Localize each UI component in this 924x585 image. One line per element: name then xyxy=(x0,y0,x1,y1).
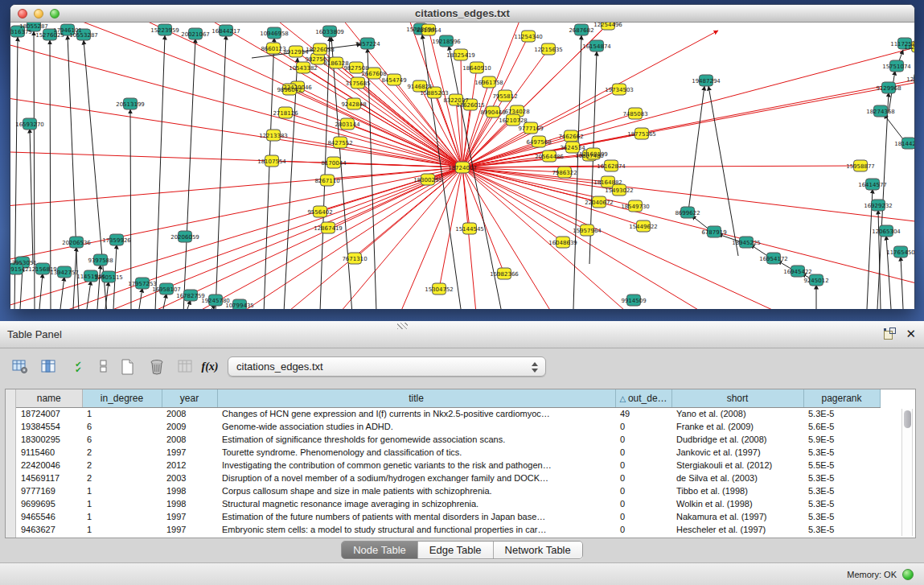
table-cell[interactable]: Estimation of significance thresholds fo… xyxy=(217,433,615,446)
network-edge-red[interactable] xyxy=(10,167,462,264)
table-cell[interactable]: 5.3E-5 xyxy=(803,484,880,497)
zoom-button[interactable] xyxy=(50,9,60,19)
tab-edge-table[interactable]: Edge Table xyxy=(417,542,493,558)
table-row[interactable]: 1830029562008Estimation of significance … xyxy=(16,433,880,446)
table-row[interactable]: 2242004622012Investigating the contribut… xyxy=(16,459,880,472)
table-cell[interactable]: 0 xyxy=(615,446,671,459)
table-cell[interactable]: 1 xyxy=(82,484,162,497)
table-cell[interactable]: Tibbo et al. (1998) xyxy=(671,484,803,497)
network-edge-black[interactable] xyxy=(84,40,107,309)
table-cell[interactable]: 0 xyxy=(615,472,671,484)
select-rows-icon[interactable]: ✔✔ xyxy=(68,356,88,378)
table-cell[interactable]: Jankovic et al. (1997) xyxy=(671,446,803,459)
table-cell[interactable]: Genome-wide association studies in ADHD. xyxy=(217,420,615,433)
import-table-icon[interactable] xyxy=(175,356,196,378)
float-panel-icon[interactable] xyxy=(884,328,896,340)
table-cell[interactable]: 5.9E-5 xyxy=(803,433,880,446)
table-cell[interactable]: Tourette syndrome. Phenomenology and cla… xyxy=(217,446,615,459)
divider-handle-icon[interactable] xyxy=(397,323,408,329)
table-cell[interactable]: 0 xyxy=(615,484,671,497)
tab-network-table[interactable]: Network Table xyxy=(493,542,582,558)
network-edge-red[interactable] xyxy=(285,113,462,167)
network-edge-red[interactable] xyxy=(10,167,462,208)
table-cell[interactable]: 14569117 xyxy=(16,472,82,484)
table-row[interactable]: 969969511998Structural magnetic resonanc… xyxy=(16,497,880,510)
table-cell[interactable]: 5.3E-5 xyxy=(803,472,880,484)
table-cell[interactable]: Dudbridge et al. (2008) xyxy=(671,433,803,446)
network-window[interactable]: citations_edges.txt 16316375180552871527… xyxy=(10,4,915,309)
table-cell[interactable]: 5.3E-5 xyxy=(803,497,880,510)
row-height-icon[interactable] xyxy=(93,356,114,378)
table-cell[interactable]: Investigating the contribution of common… xyxy=(217,459,615,472)
network-edge-black[interactable] xyxy=(901,257,903,309)
new-table-icon[interactable] xyxy=(117,356,138,378)
network-edge-red[interactable] xyxy=(10,95,462,167)
table-cell[interactable]: 5.3E-5 xyxy=(803,446,880,459)
table-row[interactable]: 1938455462009Genome-wide association stu… xyxy=(16,420,880,433)
table-row[interactable]: 1872400712008Changes of HCN gene express… xyxy=(16,407,880,420)
network-edge-red[interactable] xyxy=(462,167,477,309)
window-titlebar[interactable]: citations_edges.txt xyxy=(10,5,914,23)
table-cell[interactable]: Structural magnetic resonance image aver… xyxy=(217,497,615,510)
column-header-year[interactable]: year xyxy=(162,389,217,407)
table-cell[interactable]: 1998 xyxy=(162,497,217,510)
table-cell[interactable]: Stergiakouli et al. (2012) xyxy=(671,459,803,472)
table-cell[interactable]: 9699695 xyxy=(16,497,82,510)
table-cell[interactable]: 1 xyxy=(82,523,162,536)
network-edge-red[interactable] xyxy=(10,39,462,167)
table-cell[interactable]: 0 xyxy=(615,497,671,510)
table-cell[interactable]: 9463627 xyxy=(16,523,82,536)
table-cell[interactable]: 2008 xyxy=(162,407,217,420)
table-cell[interactable]: Hescheler et al. (1997) xyxy=(671,523,803,536)
table-cell[interactable]: 18300295 xyxy=(16,433,82,446)
column-header-out_de[interactable]: △ out_de… xyxy=(615,389,671,407)
table-row[interactable]: 946362711997Embryonic stem cells: a mode… xyxy=(16,523,880,536)
table-cell[interactable]: 1997 xyxy=(162,446,217,459)
table-cell[interactable]: 2 xyxy=(82,446,162,459)
network-canvas[interactable]: 1631637518055287152760251794610110553287… xyxy=(10,23,914,309)
table-cell[interactable]: 49 xyxy=(615,407,671,420)
table-scrollbar[interactable] xyxy=(901,409,913,536)
table-cell[interactable]: 6 xyxy=(82,433,162,446)
close-panel-icon[interactable]: ✕ xyxy=(906,328,916,340)
scrollbar-thumb[interactable] xyxy=(904,410,911,428)
table-cell[interactable]: 5.3E-5 xyxy=(803,510,880,523)
network-edge-black[interactable] xyxy=(39,274,43,309)
table-row[interactable]: 977716911998Corpus callosum shape and si… xyxy=(16,484,880,497)
table-cell[interactable]: 22420046 xyxy=(16,459,82,472)
table-cell[interactable]: 2 xyxy=(82,459,162,472)
table-row[interactable]: 911546021997Tourette syndrome. Phenomeno… xyxy=(16,446,880,459)
table-cell[interactable]: 9777169 xyxy=(16,484,82,497)
close-button[interactable] xyxy=(18,9,27,19)
table-cell[interactable]: 2009 xyxy=(162,420,217,433)
minimize-button[interactable] xyxy=(34,9,43,19)
column-header-title[interactable]: title xyxy=(217,389,615,407)
table-cell[interactable]: Corpus callosum shape and size in male p… xyxy=(217,484,615,497)
table-cell[interactable]: de Silva et al. (2003) xyxy=(671,472,803,484)
table-cell[interactable]: 18724007 xyxy=(16,407,82,420)
network-edge-black[interactable] xyxy=(187,300,191,309)
table-cell[interactable]: Disruption of a novel member of a sodium… xyxy=(217,472,615,484)
table-cell[interactable]: 1 xyxy=(82,407,162,420)
network-edge-black[interactable] xyxy=(97,265,101,309)
table-cell[interactable]: 19384554 xyxy=(16,420,82,433)
table-cell[interactable]: 5.6E-5 xyxy=(803,420,880,433)
table-cell[interactable]: 5.3E-5 xyxy=(803,523,880,536)
network-edge-black[interactable] xyxy=(30,129,33,264)
table-cell[interactable]: 2 xyxy=(82,472,162,484)
table-cell[interactable]: 1998 xyxy=(162,484,217,497)
network-edge-black[interactable] xyxy=(284,58,298,309)
table-cell[interactable]: Wolkin et al. (1998) xyxy=(671,497,803,510)
table-cell[interactable]: 2012 xyxy=(162,459,217,472)
table-cell[interactable]: Changes of HCN gene expression and I(f) … xyxy=(217,407,615,420)
column-header-short[interactable]: short xyxy=(671,389,803,407)
table-cell[interactable]: 0 xyxy=(615,523,671,536)
network-edge-black[interactable] xyxy=(130,109,131,309)
table-cell[interactable]: 2003 xyxy=(162,472,217,484)
network-edge-black[interactable] xyxy=(87,281,91,309)
table-cell[interactable]: 1 xyxy=(82,497,162,510)
table-row[interactable]: 946554611997Estimation of the future num… xyxy=(16,510,880,523)
table-row[interactable]: 1456911722003Disruption of a novel membe… xyxy=(16,472,880,484)
network-edge-black[interactable] xyxy=(886,236,891,309)
network-edge-red[interactable] xyxy=(462,167,914,288)
